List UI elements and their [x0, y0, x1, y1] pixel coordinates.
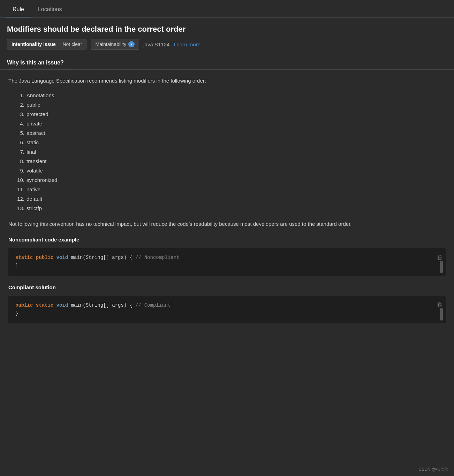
kw-void-c: void — [56, 302, 68, 308]
chevron-down-icon[interactable] — [128, 41, 135, 47]
noncompliant-code-line1: static public void main(String[] args) {… — [15, 254, 440, 262]
content-area: The Java Language Specification recommen… — [0, 70, 454, 339]
list-item-text: synchronized — [27, 175, 57, 185]
intentionality-bold: Intentionality issue — [12, 41, 56, 47]
noncompliant-code-line2: } — [15, 262, 440, 270]
noncompliant-title: Noncompliant code example — [8, 237, 446, 243]
list-item-text: strictfp — [27, 204, 42, 213]
compliant-comment: // Compliant — [136, 302, 171, 308]
tab-locations-label: Locations — [38, 6, 62, 12]
list-item: 11.native — [17, 185, 446, 194]
maintainability-badge[interactable]: Maintainability — [91, 39, 139, 50]
list-number: 9. — [17, 166, 27, 175]
section-heading: Why is this an issue? — [7, 60, 64, 69]
list-item: 3.protected — [17, 109, 446, 119]
kw-public: public — [36, 255, 53, 260]
list-item: 8.transient — [17, 156, 446, 166]
list-item: 13.strictfp — [17, 204, 446, 213]
tab-bar: Rule Locations — [0, 0, 454, 18]
list-item-text: native — [27, 185, 40, 194]
list-item: 2.public — [17, 100, 446, 109]
tab-rule-label: Rule — [13, 6, 24, 12]
tab-locations[interactable]: Locations — [31, 0, 69, 17]
convention-text: Not following this convention has no tec… — [8, 220, 446, 228]
noncompliant-comment: // Noncompliant — [136, 255, 180, 260]
rule-title: Modifiers should be declared in the corr… — [7, 25, 447, 34]
list-number: 12. — [17, 194, 27, 204]
intro-text: The Java Language Specification recommen… — [8, 77, 446, 85]
compliant-code-line1: public static void main(String[] args) {… — [15, 301, 440, 310]
list-number: 4. — [17, 119, 27, 128]
header-section: Modifiers should be declared in the corr… — [0, 18, 454, 53]
list-number: 7. — [17, 147, 27, 156]
list-item: 4.private — [17, 119, 446, 128]
scroll-indicator — [440, 261, 443, 273]
badge-divider: | — [59, 41, 60, 47]
list-item-text: Annotations — [27, 91, 54, 100]
compliant-code-line2: } — [15, 309, 440, 318]
list-item: 1.Annotations — [17, 91, 446, 100]
list-item: 9.volatile — [17, 166, 446, 175]
list-item-text: transient — [27, 156, 47, 166]
list-item-text: volatile — [27, 166, 43, 175]
list-item-text: private — [27, 119, 42, 128]
list-number: 5. — [17, 128, 27, 138]
maintainability-label: Maintainability — [95, 41, 126, 47]
kw-static-c: static — [36, 302, 53, 308]
kw-static: static — [15, 255, 33, 260]
compliant-code-block: public static void main(String[] args) {… — [8, 296, 446, 324]
badges-row: Intentionality issue | Not clear Maintai… — [7, 39, 447, 50]
list-item-text: public — [27, 100, 40, 109]
list-item-text: static — [27, 138, 39, 147]
list-item-text: final — [27, 147, 36, 156]
list-item: 10.synchronized — [17, 175, 446, 185]
intentionality-badge: Intentionality issue | Not clear — [7, 39, 86, 49]
list-item: 7.final — [17, 147, 446, 156]
list-number: 10. — [17, 175, 27, 185]
list-number: 1. — [17, 91, 27, 100]
modifiers-list: 1.Annotations2.public3.protected4.privat… — [17, 91, 446, 213]
list-item: 5.abstract — [17, 128, 446, 138]
list-item: 6.static — [17, 138, 446, 147]
list-number: 11. — [17, 185, 27, 194]
code-method: main(String[] args) { — [71, 255, 133, 260]
noncompliant-code-block: static public void main(String[] args) {… — [8, 248, 446, 276]
list-number: 13. — [17, 204, 27, 213]
code-method-c: main(String[] args) { — [71, 302, 133, 308]
list-number: 6. — [17, 138, 27, 147]
compliant-title: Compliant solution — [8, 284, 446, 290]
section-heading-container: Why is this an issue? — [0, 53, 454, 69]
intentionality-extra: Not clear — [62, 41, 82, 47]
rule-id: java:S1124 — [143, 41, 169, 47]
list-item-text: abstract — [27, 128, 45, 138]
kw-public-c: public — [15, 302, 33, 308]
tab-rule[interactable]: Rule — [6, 0, 31, 17]
kw-void: void — [56, 255, 68, 260]
list-number: 3. — [17, 109, 27, 119]
list-item-text: protected — [27, 109, 48, 119]
list-item: 12.default — [17, 194, 446, 204]
watermark: CSDN @张仁仁 — [418, 467, 448, 473]
list-item-text: default — [27, 194, 42, 204]
list-number: 8. — [17, 156, 27, 166]
learn-more-link[interactable]: Learn more — [174, 41, 200, 47]
scroll-indicator-2 — [440, 308, 443, 321]
list-number: 2. — [17, 100, 27, 109]
